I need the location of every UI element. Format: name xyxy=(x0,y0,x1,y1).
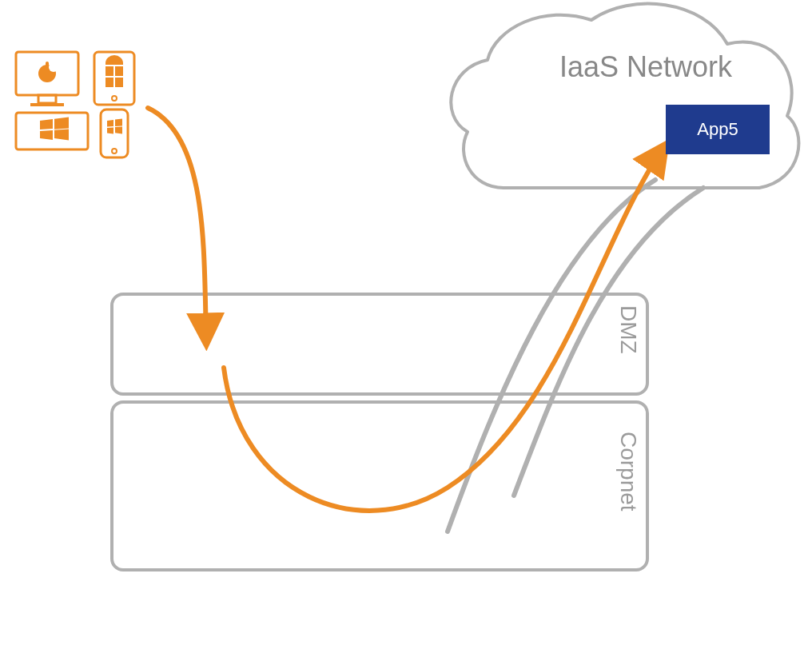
flow-arrow-up xyxy=(224,148,663,511)
zone-dmz xyxy=(112,294,647,394)
diagram-svg xyxy=(0,0,812,669)
client-devices xyxy=(16,52,134,157)
svg-rect-10 xyxy=(115,78,123,87)
zone-corpnet xyxy=(112,402,647,570)
tablet-android-icon xyxy=(94,52,134,105)
gray-link-2 xyxy=(514,188,703,496)
app-label: App5 xyxy=(697,119,738,140)
svg-point-4 xyxy=(49,62,58,72)
svg-rect-9 xyxy=(105,78,113,87)
svg-rect-5 xyxy=(46,62,49,66)
diagram-stage: IaaS Network App5 DMZ Corpnet xyxy=(0,0,812,669)
phone-windows-icon xyxy=(101,110,128,157)
svg-rect-13 xyxy=(101,110,128,157)
zone-dmz-label: DMZ xyxy=(615,305,641,354)
flow-arrow-down xyxy=(148,108,206,340)
laptop-windows-icon xyxy=(16,113,88,149)
svg-rect-8 xyxy=(115,66,123,76)
svg-point-14 xyxy=(112,149,117,153)
zone-corpnet-label: Corpnet xyxy=(615,432,641,512)
svg-rect-2 xyxy=(30,103,64,106)
svg-rect-1 xyxy=(38,95,56,103)
app-box: App5 xyxy=(666,105,770,154)
cloud-shape xyxy=(451,4,798,188)
svg-rect-7 xyxy=(105,66,113,76)
svg-point-11 xyxy=(112,96,117,101)
cloud-title: IaaS Network xyxy=(559,50,732,84)
desktop-mac-icon xyxy=(16,52,78,106)
